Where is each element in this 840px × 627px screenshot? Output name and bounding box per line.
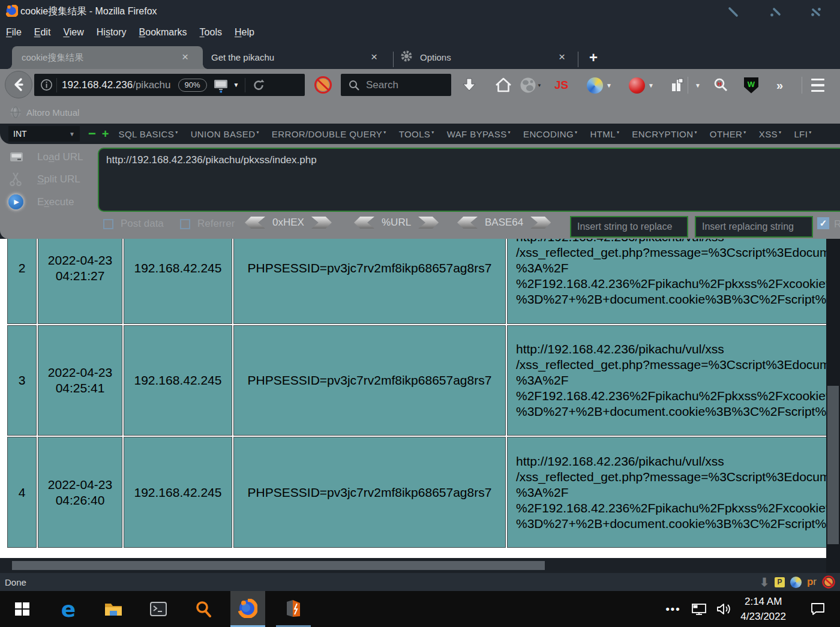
arrow-left-icon[interactable]: [457, 217, 478, 229]
proxy-swirl-icon[interactable]: ▼: [587, 76, 612, 94]
search-icon[interactable]: [186, 591, 221, 627]
titlebar[interactable]: cookie搜集结果 - Mozilla Firefox: [0, 0, 840, 23]
tab-options[interactable]: Options: [420, 52, 451, 62]
taskbar-overflow-dots[interactable]: •••: [660, 591, 686, 627]
increase-font-button[interactable]: +: [102, 128, 109, 140]
close-button[interactable]: [810, 6, 822, 18]
cell-id: 4: [7, 437, 37, 548]
replacing-string-input[interactable]: [695, 216, 813, 238]
firefox-taskbar-icon[interactable]: [230, 591, 265, 627]
hackbar-menu-encoding[interactable]: ENCODING▾: [523, 129, 577, 139]
hackbar-search-icon[interactable]: H: [713, 76, 730, 94]
hackbar-url-textarea[interactable]: http://192.168.42.236/pikachu/pkxss/inde…: [98, 148, 840, 212]
hex-converter: 0xHEX: [245, 217, 332, 229]
hackbar-menu-waf-bypass[interactable]: WAF BYPASS▾: [447, 129, 511, 139]
download-arrow-icon[interactable]: ⬇: [760, 575, 769, 589]
decrease-font-button[interactable]: −: [88, 128, 96, 140]
tab-close-icon[interactable]: ×: [371, 50, 377, 64]
hackbar-menu-html[interactable]: HTML▾: [590, 129, 619, 139]
chevron-down-icon[interactable]: ▼: [695, 76, 701, 94]
taskbar-clock[interactable]: 2:14 AM 4/23/2022: [740, 591, 786, 627]
search-bar[interactable]: Search: [341, 74, 451, 96]
shield-label: W: [748, 80, 755, 89]
arrow-right-icon[interactable]: [530, 217, 551, 229]
maximize-button[interactable]: [769, 6, 781, 18]
reader-device-icon[interactable]: [213, 77, 229, 93]
url-bar[interactable]: 192.168.42.236/pikachu 90% ▼: [34, 74, 305, 96]
action-center-icon[interactable]: [803, 591, 833, 627]
replace-string-input[interactable]: [570, 216, 688, 238]
volume-tray-icon[interactable]: [712, 591, 737, 627]
tab-cookie-results[interactable]: cookie搜集结果 ×: [12, 46, 203, 69]
menu-edit[interactable]: Edit: [34, 27, 51, 38]
horizontal-scrollbar-thumb[interactable]: [12, 561, 545, 570]
hackbar-menu-encryption[interactable]: ENCRYPTION▾: [632, 129, 697, 139]
menu-history[interactable]: History: [97, 27, 127, 38]
edge-browser-icon[interactable]: e: [51, 591, 86, 627]
hackbar-menu-sql-basics[interactable]: SQL BASICS▾: [119, 129, 178, 139]
execute-button[interactable]: ▶ Execute: [8, 194, 23, 209]
replace-checkbox[interactable]: ✓: [817, 217, 829, 229]
arrow-left-icon[interactable]: [354, 217, 374, 229]
vertical-scrollbar-thumb[interactable]: [827, 386, 839, 544]
hackbar-menu-other[interactable]: OTHER▾: [710, 129, 746, 139]
load-url-button[interactable]: Load URL: [8, 149, 25, 165]
referrer-checkbox[interactable]: Referrer: [180, 218, 235, 230]
load-url-icon: [8, 149, 25, 165]
post-data-checkbox[interactable]: Post data: [103, 218, 164, 230]
cookie-table-row: 42022-04-2304:26:40192.168.42.245PHPSESS…: [7, 437, 826, 548]
menu-view[interactable]: View: [63, 27, 83, 38]
arrow-right-icon[interactable]: [311, 217, 332, 229]
new-tab-button[interactable]: +: [589, 49, 598, 66]
foxyproxy-disabled-icon[interactable]: [822, 575, 835, 589]
start-button[interactable]: [5, 591, 40, 627]
network-tray-icon[interactable]: [686, 591, 712, 627]
bookmark-item[interactable]: Altoro Mutual: [26, 107, 79, 118]
chevron-down-icon: ▼: [69, 131, 75, 137]
arrow-left-icon[interactable]: [245, 217, 265, 229]
reload-icon[interactable]: [251, 78, 266, 92]
zoom-level-badge[interactable]: 90%: [178, 79, 207, 92]
red-orb-icon[interactable]: ▼: [629, 76, 654, 94]
hackbar-menu-lfi[interactable]: LFI▾: [794, 129, 811, 139]
overflow-chevron-icon[interactable]: »: [776, 76, 783, 94]
wappalyzer-shield-icon[interactable]: W: [744, 76, 758, 94]
menu-bookmarks[interactable]: Bookmarks: [139, 27, 187, 38]
home-button[interactable]: [494, 76, 512, 94]
checkbox-box[interactable]: [103, 219, 113, 229]
cell-time: 2022-04-2304:26:40: [38, 437, 122, 548]
pr-badge-icon[interactable]: pr: [807, 576, 817, 588]
menu-help[interactable]: Help: [235, 27, 254, 38]
hackbar-menu-xss[interactable]: XSS▾: [759, 129, 782, 139]
file-explorer-icon[interactable]: [96, 591, 131, 627]
tab-close-icon[interactable]: ×: [182, 50, 188, 64]
tab-close-icon[interactable]: ×: [559, 50, 565, 64]
swirl-icon[interactable]: [790, 577, 802, 588]
cell-cookie: PHPSESSID=pv3jc7rv2mf8ikp68657ag8rs7: [233, 325, 506, 436]
minimize-button[interactable]: [727, 6, 739, 18]
menu-tools[interactable]: Tools: [200, 27, 222, 38]
split-url-icon: [8, 172, 24, 187]
charset-select[interactable]: INT ▼: [8, 126, 80, 142]
checkbox-box[interactable]: [180, 219, 190, 229]
hackbar-menu-union-based[interactable]: UNION BASED▾: [191, 129, 259, 139]
horizontal-scrollbar[interactable]: [0, 558, 826, 573]
tab-get-the-pikachu[interactable]: Get the pikachu: [211, 52, 274, 62]
stats-flag-icon[interactable]: [670, 76, 684, 94]
hackbar-menu-error-double-query[interactable]: ERROR/DOUBLE QUERY▾: [272, 129, 386, 139]
menu-file[interactable]: File: [6, 27, 22, 38]
download-button[interactable]: [461, 76, 478, 94]
hamburger-menu-icon[interactable]: [811, 76, 824, 94]
split-url-button[interactable]: Split URL: [8, 172, 24, 187]
chevron-down-icon[interactable]: ▼: [233, 82, 239, 88]
back-button[interactable]: [5, 71, 32, 98]
foxyproxy-disabled-icon[interactable]: [314, 76, 332, 94]
hackbar-menu-tools[interactable]: TOOLS▾: [399, 129, 434, 139]
arrow-right-icon[interactable]: [418, 217, 439, 229]
p-badge-icon[interactable]: P: [775, 577, 785, 587]
terminal-icon[interactable]: [141, 591, 176, 627]
info-icon[interactable]: [40, 79, 53, 91]
burp-suite-icon[interactable]: [276, 591, 311, 627]
extension-globe-icon[interactable]: ▼: [520, 76, 542, 94]
js-toggle-icon[interactable]: JS: [554, 76, 568, 94]
